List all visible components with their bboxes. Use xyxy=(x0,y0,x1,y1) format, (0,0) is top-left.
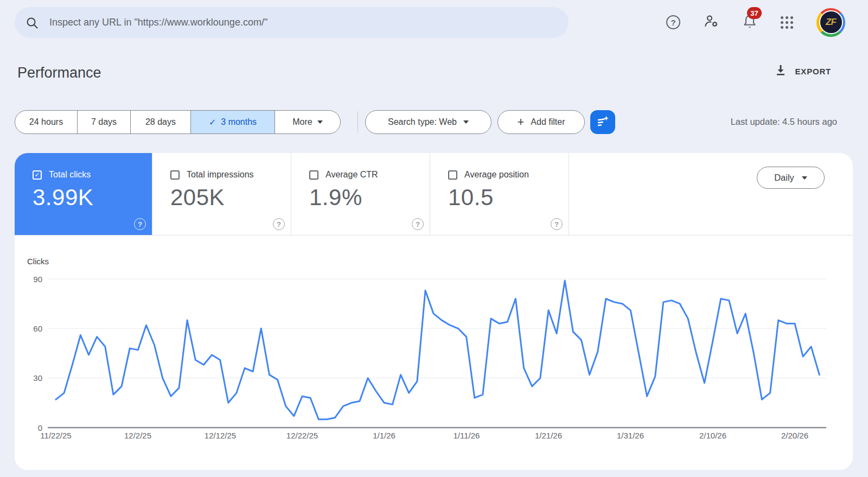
x-tick: 11/22/25 xyxy=(40,431,71,440)
range-chip-7-days[interactable]: 7 days xyxy=(77,111,130,133)
notification-count-badge: 37 xyxy=(747,7,762,19)
help-button[interactable]: ? xyxy=(666,15,680,29)
help-icon[interactable]: ? xyxy=(134,218,146,230)
add-filter-label: Add filter xyxy=(531,117,565,127)
google-apps-button[interactable] xyxy=(781,16,793,29)
x-tick: 12/12/25 xyxy=(205,431,236,440)
granularity-label: Daily xyxy=(774,173,794,183)
card-average-position[interactable]: Average position 10.5 ? xyxy=(430,153,569,235)
url-inspection-bar[interactable] xyxy=(15,7,569,38)
last-update-status: Last update: 4.5 hours ago xyxy=(731,117,837,127)
user-settings-button[interactable] xyxy=(704,14,719,31)
x-tick: 1/1/26 xyxy=(373,431,395,440)
x-tick: 1/21/26 xyxy=(535,431,562,440)
help-icon[interactable]: ? xyxy=(551,218,563,230)
y-tick-30: 30 xyxy=(33,373,42,383)
card-total-clicks[interactable]: ✓ Total clicks 3.99K ? xyxy=(15,153,152,235)
apps-grid-icon xyxy=(781,16,793,29)
chevron-down-icon xyxy=(802,176,807,180)
help-icon[interactable]: ? xyxy=(273,218,285,230)
add-filter-button[interactable]: + Add filter xyxy=(497,110,585,134)
export-label: EXPORT xyxy=(795,67,831,76)
card-label: Total impressions xyxy=(187,170,254,180)
filter-tune-button[interactable] xyxy=(590,110,615,134)
x-tick: 2/10/26 xyxy=(699,431,726,440)
range-chip-label: 3 months xyxy=(221,117,257,127)
average-ctr-checkbox[interactable] xyxy=(309,170,318,180)
performance-panel: ✓ Total clicks 3.99K ? Total impressions… xyxy=(15,153,853,470)
total-impressions-checkbox[interactable] xyxy=(170,170,180,180)
x-tick: 2/20/26 xyxy=(781,431,808,440)
tune-sparkle-icon xyxy=(596,114,610,130)
average-position-checkbox[interactable] xyxy=(448,170,457,180)
range-chip-24-hours[interactable]: 24 hours xyxy=(15,111,77,133)
search-console-performance-page: { "topbar": { "search_placeholder": "Ins… xyxy=(0,0,868,477)
card-total-impressions[interactable]: Total impressions 205K ? xyxy=(152,153,291,235)
person-gear-icon xyxy=(704,14,719,31)
divider xyxy=(358,111,358,133)
range-chip-3-months-selected[interactable]: ✓ 3 months xyxy=(190,111,275,133)
date-range-selector: 24 hours 7 days 28 days ✓ 3 months More xyxy=(15,110,341,134)
export-button[interactable]: EXPORT xyxy=(775,64,831,78)
avatar-initials: ZF xyxy=(819,10,843,34)
chevron-down-icon xyxy=(463,120,469,124)
range-chip-28-days[interactable]: 28 days xyxy=(130,111,190,133)
check-icon: ✓ xyxy=(209,117,216,128)
total-clicks-checkbox-checked[interactable]: ✓ xyxy=(33,170,42,180)
download-icon xyxy=(775,64,787,78)
total-clicks-value: 3.99K xyxy=(33,185,152,211)
page-title: Performance xyxy=(17,65,101,81)
clicks-data-line xyxy=(56,281,819,419)
search-type-label: Search type: Web xyxy=(388,117,457,127)
topbar-actions: ? 37 xyxy=(666,8,845,36)
plus-icon: + xyxy=(518,116,525,128)
x-tick: 12/22/25 xyxy=(286,431,318,440)
chevron-down-icon xyxy=(317,120,323,124)
card-label: Total clicks xyxy=(49,170,91,180)
avatar: ZF xyxy=(816,8,845,37)
more-label: More xyxy=(292,117,312,127)
help-icon[interactable]: ? xyxy=(412,218,424,230)
card-label: Average position xyxy=(464,170,529,180)
card-label: Average CTR xyxy=(326,170,378,180)
granularity-dropdown[interactable]: Daily xyxy=(757,167,825,189)
metric-cards-row: ✓ Total clicks 3.99K ? Total impressions… xyxy=(15,153,853,236)
account-avatar-button[interactable]: ZF xyxy=(816,8,845,37)
x-tick: 1/31/26 xyxy=(617,431,644,440)
help-icon: ? xyxy=(666,15,680,29)
average-position-value: 10.5 xyxy=(448,185,569,211)
x-tick: 12/2/25 xyxy=(124,431,151,440)
search-icon xyxy=(15,16,49,29)
x-tick: 1/11/26 xyxy=(454,431,480,440)
y-tick-60: 60 xyxy=(33,324,42,333)
range-chip-more[interactable]: More xyxy=(275,111,340,133)
search-type-dropdown[interactable]: Search type: Web xyxy=(365,110,492,134)
notifications-button[interactable]: 37 xyxy=(742,13,757,31)
y-tick-90: 90 xyxy=(33,275,42,284)
average-ctr-value: 1.9% xyxy=(309,185,430,211)
filter-controls: 24 hours 7 days 28 days ✓ 3 months More … xyxy=(15,110,853,134)
url-inspection-input[interactable] xyxy=(49,17,569,28)
y-axis-title: Clicks xyxy=(27,257,49,266)
card-average-ctr[interactable]: Average CTR 1.9% ? xyxy=(291,153,430,235)
total-impressions-value: 205K xyxy=(170,185,291,211)
